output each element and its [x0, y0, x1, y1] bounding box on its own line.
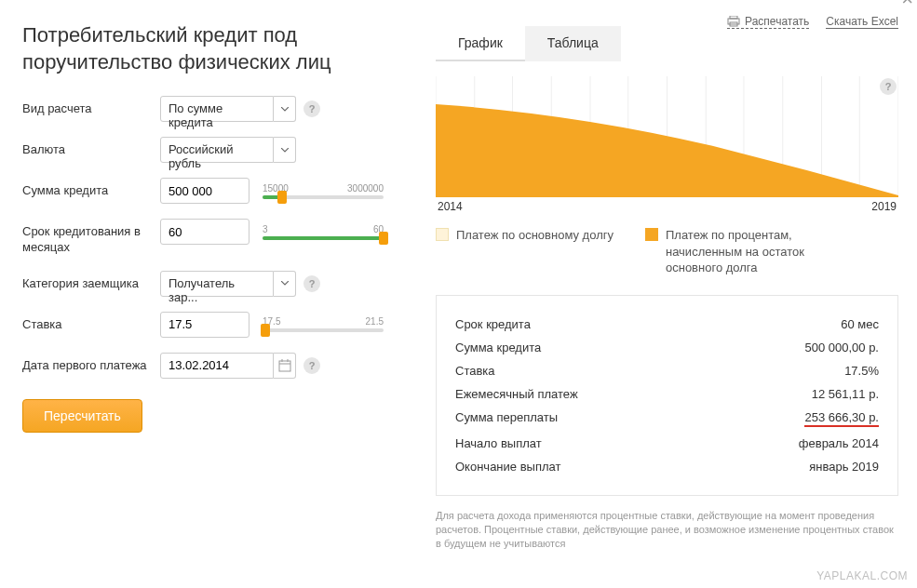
summary-overpay-label: Сумма переплаты: [455, 410, 558, 427]
legend-principal: Платеж по основному долгу: [456, 227, 614, 244]
legend-swatch-interest: [645, 228, 658, 241]
close-icon[interactable]: ×: [901, 0, 913, 11]
term-slider[interactable]: [263, 236, 384, 240]
summary-box: Срок кредита60 мес Сумма кредита500 000,…: [436, 295, 898, 496]
excel-link[interactable]: Скачать Excel: [826, 15, 898, 29]
summary-term-value: 60 мес: [841, 317, 879, 331]
print-label: Распечатать: [745, 15, 809, 28]
category-dropdown-arrow[interactable]: [274, 271, 296, 297]
printer-icon: [727, 16, 740, 27]
rate-max: 21.5: [366, 316, 384, 327]
summary-monthly-value: 12 561,11 р.: [812, 387, 879, 401]
watermark: YAPLAKAL.COM: [816, 569, 908, 582]
summary-start-value: февраль 2014: [799, 436, 879, 450]
svg-rect-0: [279, 361, 290, 371]
amount-input[interactable]: [160, 178, 249, 204]
tab-table[interactable]: Таблица: [525, 26, 621, 61]
calendar-icon[interactable]: [274, 353, 296, 379]
summary-overpay-value: 253 666,30 р.: [804, 410, 879, 427]
amount-label: Сумма кредита: [22, 178, 160, 199]
help-icon[interactable]: ?: [303, 357, 320, 374]
date-input[interactable]: [160, 353, 274, 379]
legend-swatch-principal: [436, 228, 449, 241]
summary-term-label: Срок кредита: [455, 317, 531, 331]
summary-amount-label: Сумма кредита: [455, 341, 541, 354]
summary-monthly-label: Ежемесячный платеж: [455, 387, 578, 401]
page-title: Потребительский кредит под поручительств…: [22, 22, 413, 75]
amount-slider[interactable]: [263, 195, 384, 199]
term-label: Срок кредитования в месяцах: [22, 219, 160, 256]
recalculate-button[interactable]: Пересчитать: [22, 399, 142, 433]
rate-label: Ставка: [22, 312, 160, 333]
currency-select[interactable]: Российский рубль: [160, 137, 274, 163]
amount-max: 3000000: [347, 183, 384, 194]
tab-chart[interactable]: График: [436, 26, 525, 61]
category-select[interactable]: Получатель зар...: [160, 271, 274, 297]
print-link[interactable]: Распечатать: [727, 15, 809, 29]
calc-type-dropdown-arrow[interactable]: [274, 96, 296, 122]
category-label: Категория заемщика: [22, 271, 160, 292]
rate-input[interactable]: [160, 312, 249, 338]
rate-slider[interactable]: [263, 328, 384, 332]
amount-slider-thumb[interactable]: [277, 191, 287, 204]
payment-chart: [436, 76, 898, 197]
chart-area: ? 2014 2019: [436, 76, 898, 216]
legend-interest: Платеж по процентам, начисленным на оста…: [666, 227, 852, 276]
chart-year-start: 2014: [438, 200, 463, 213]
summary-start-label: Начало выплат: [455, 436, 542, 450]
date-label: Дата первого платежа: [22, 353, 160, 374]
summary-rate-label: Ставка: [455, 364, 495, 378]
help-icon[interactable]: ?: [880, 78, 897, 95]
help-icon[interactable]: ?: [303, 275, 320, 292]
term-slider-thumb[interactable]: [379, 232, 388, 245]
currency-label: Валюта: [22, 137, 160, 158]
help-icon[interactable]: ?: [303, 100, 320, 117]
term-input[interactable]: [160, 219, 249, 245]
calc-type-select[interactable]: По сумме кредита: [160, 96, 274, 122]
summary-amount-value: 500 000,00 р.: [804, 341, 879, 354]
chart-year-end: 2019: [871, 200, 897, 213]
summary-rate-value: 17.5%: [844, 364, 879, 378]
calc-type-label: Вид расчета: [22, 96, 160, 117]
footnote: Для расчета дохода применяются процентны…: [436, 509, 898, 552]
summary-end-value: январь 2019: [809, 460, 879, 474]
currency-dropdown-arrow[interactable]: [274, 137, 296, 163]
term-min: 3: [263, 224, 268, 234]
rate-slider-thumb[interactable]: [261, 324, 270, 337]
summary-end-label: Окончание выплат: [455, 460, 560, 474]
